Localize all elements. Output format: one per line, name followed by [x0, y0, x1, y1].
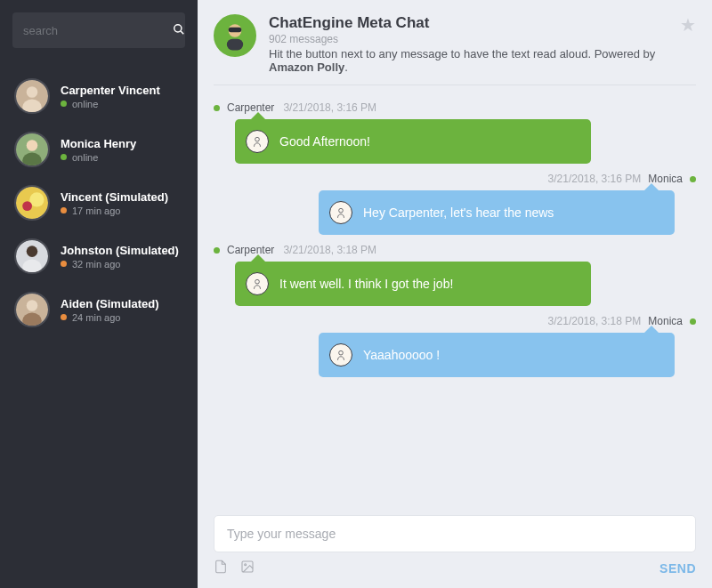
status-dot-icon	[61, 101, 67, 107]
message-text: Good Afternoon!	[279, 134, 370, 149]
avatar	[14, 292, 50, 327]
contact-status: online	[61, 152, 136, 163]
svg-point-12	[27, 246, 38, 257]
chat-title: ChatEngine Meta Chat	[269, 14, 673, 32]
svg-point-21	[255, 137, 260, 141]
svg-point-23	[255, 279, 260, 284]
contact-status: 24 min ago	[61, 312, 159, 323]
message-input[interactable]	[227, 527, 683, 541]
status-dot-icon	[690, 176, 696, 182]
messages-list[interactable]: Carpenter 3/21/2018, 3:16 PM Good Aftern…	[198, 93, 712, 506]
status-dot-icon	[214, 247, 220, 254]
svg-point-6	[27, 140, 38, 151]
chat-main: ChatEngine Meta Chat 902 messages Hit th…	[198, 0, 712, 588]
message-text: Hey Carpenter, let's hear the news	[363, 205, 554, 220]
contact-item[interactable]: Monica Henry online	[0, 123, 198, 176]
chat-description: Hit the button next to any message to ha…	[269, 47, 673, 74]
message-bubble: It went well. I think I got the job!	[235, 262, 591, 306]
svg-point-3	[27, 86, 38, 98]
status-dot-icon	[61, 207, 67, 213]
contact-name: Johnston (Simulated)	[61, 244, 179, 257]
search-box[interactable]	[12, 12, 185, 48]
message-time: 3/21/2018, 3:16 PM	[283, 101, 376, 114]
star-icon[interactable]: ★	[680, 14, 696, 36]
message-time: 3/21/2018, 3:18 PM	[283, 244, 376, 256]
message-count: 902 messages	[269, 33, 673, 45]
play-audio-button[interactable]	[246, 130, 269, 153]
attach-image-icon[interactable]	[240, 560, 255, 577]
play-audio-button[interactable]	[246, 272, 269, 295]
contact-item[interactable]: Carpenter Vincent online	[0, 69, 198, 123]
svg-point-0	[174, 24, 182, 31]
sidebar: Carpenter Vincent online Monica Henry on…	[0, 0, 198, 588]
send-button[interactable]: SEND	[659, 561, 696, 576]
message-group: 3/21/2018, 3:16 PM Monica Hey Carpenter,…	[214, 173, 696, 235]
contact-item[interactable]: Aiden (Simulated) 24 min ago	[0, 283, 198, 336]
message-bubble: Hey Carpenter, let's hear the news	[319, 190, 675, 235]
message-input-row[interactable]	[214, 515, 696, 552]
status-dot-icon	[61, 154, 67, 160]
message-meta: Carpenter 3/21/2018, 3:18 PM	[214, 244, 696, 256]
svg-point-22	[339, 208, 344, 213]
svg-point-15	[27, 300, 38, 311]
avatar	[14, 78, 50, 114]
message-bubble: Good Afternoon!	[235, 119, 591, 164]
svg-rect-19	[227, 39, 243, 51]
status-dot-icon	[690, 318, 696, 325]
play-audio-button[interactable]	[329, 343, 352, 366]
contact-status: 17 min ago	[61, 205, 168, 216]
contacts-list: Carpenter Vincent online Monica Henry on…	[0, 69, 198, 336]
contact-status: 32 min ago	[61, 259, 179, 270]
message-time: 3/21/2018, 3:18 PM	[548, 315, 642, 327]
message-bubble: Yaaahooooo !	[319, 333, 675, 377]
avatar	[14, 185, 50, 221]
message-meta: 3/21/2018, 3:16 PM Monica	[214, 173, 696, 185]
contact-name: Monica Henry	[61, 137, 136, 150]
message-text: Yaaahooooo !	[363, 348, 440, 362]
svg-point-10	[22, 201, 32, 211]
play-audio-button[interactable]	[329, 201, 352, 224]
status-text: 24 min ago	[72, 312, 120, 323]
status-text: online	[72, 99, 98, 109]
contact-name: Aiden (Simulated)	[61, 297, 159, 310]
contact-status: online	[61, 99, 160, 109]
svg-point-26	[245, 564, 247, 566]
header-divider	[214, 85, 696, 85]
status-text: 17 min ago	[72, 205, 120, 216]
status-dot-icon	[61, 261, 67, 267]
svg-point-24	[339, 350, 344, 355]
avatar	[14, 132, 50, 167]
contact-item[interactable]: Vincent (Simulated) 17 min ago	[0, 176, 198, 230]
message-text: It went well. I think I got the job!	[279, 277, 453, 291]
status-dot-icon	[214, 105, 220, 111]
message-meta: 3/21/2018, 3:18 PM Monica	[214, 315, 696, 327]
search-input[interactable]	[23, 24, 173, 37]
message-group: Carpenter 3/21/2018, 3:18 PM It went wel…	[214, 244, 696, 306]
contact-name: Vincent (Simulated)	[61, 190, 168, 204]
message-meta: Carpenter 3/21/2018, 3:16 PM	[214, 101, 696, 114]
attach-file-icon[interactable]	[214, 560, 228, 577]
message-group: Carpenter 3/21/2018, 3:16 PM Good Aftern…	[214, 101, 696, 164]
contact-name: Carpenter Vincent	[61, 84, 160, 97]
contact-item[interactable]: Johnston (Simulated) 32 min ago	[0, 230, 198, 283]
message-time: 3/21/2018, 3:16 PM	[548, 173, 642, 185]
search-icon	[173, 23, 185, 38]
status-dot-icon	[61, 314, 67, 320]
status-text: 32 min ago	[72, 259, 120, 270]
status-text: online	[72, 152, 98, 163]
chat-avatar	[214, 14, 256, 57]
avatar	[14, 238, 50, 274]
message-group: 3/21/2018, 3:18 PM Monica Yaaahooooo !	[214, 315, 696, 377]
chat-header: ChatEngine Meta Chat 902 messages Hit th…	[198, 0, 712, 85]
svg-line-1	[181, 31, 183, 34]
composer: SEND	[198, 506, 712, 588]
svg-rect-20	[229, 28, 242, 33]
